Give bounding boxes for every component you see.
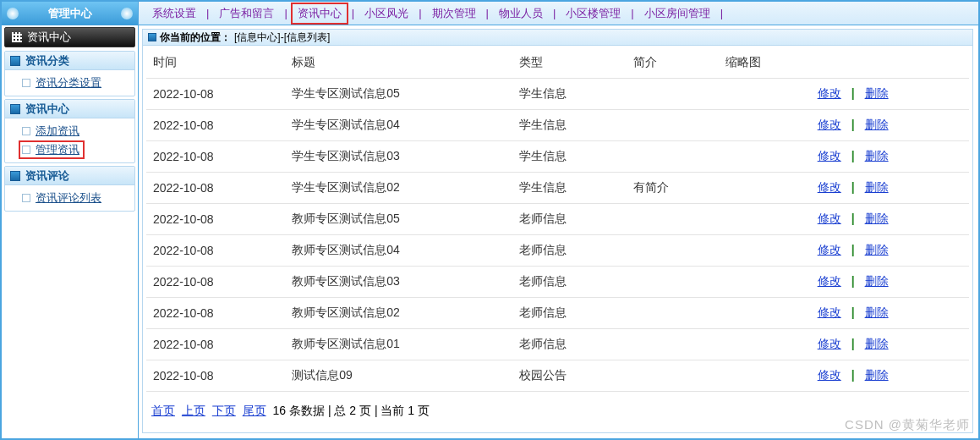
delete-link[interactable]: 删除 (865, 274, 889, 288)
action-separator: | (841, 337, 865, 350)
topnav-separator: | (415, 7, 424, 19)
square-icon (22, 127, 30, 135)
table-row: 2022-10-08学生专区测试信息04学生信息修改|删除 (146, 110, 969, 141)
sidebar-item[interactable]: 添加资讯 (22, 122, 134, 140)
delete-link[interactable]: 删除 (865, 337, 889, 350)
topnav-separator: | (550, 7, 559, 19)
topnav-item[interactable]: 小区风光 (358, 3, 415, 25)
action-separator: | (841, 118, 865, 131)
table-cell: 教师专区测试信息02 (285, 298, 512, 329)
table-cell (627, 141, 719, 173)
table-cell: 学生专区测试信息04 (285, 110, 512, 141)
table-cell: 学生专区测试信息05 (285, 79, 512, 110)
action-separator: | (841, 86, 865, 100)
sidebar-list: 资讯分类设置 (5, 70, 134, 96)
table-row: 2022-10-08教师专区测试信息02老师信息修改|删除 (146, 298, 969, 329)
topnav-separator: | (717, 7, 726, 19)
table-cell (627, 79, 719, 110)
grid-icon (12, 32, 22, 42)
sidebar-section: 资讯中心添加资讯管理资讯 (4, 99, 135, 163)
topnav-item[interactable]: 物业人员 (492, 3, 550, 25)
delete-link[interactable]: 删除 (865, 180, 889, 194)
table-cell: 2022-10-08 (146, 267, 285, 298)
pager-prev[interactable]: 上页 (182, 404, 205, 417)
edit-link[interactable]: 修改 (818, 337, 841, 350)
table-cell: 有简介 (627, 173, 719, 204)
sidebar-item-link[interactable]: 管理资讯 (36, 142, 79, 157)
delete-link[interactable]: 删除 (865, 212, 889, 225)
table-cell (627, 204, 719, 235)
sidebar-item-link[interactable]: 资讯评论列表 (36, 190, 101, 206)
sidebar-section-header: 资讯评论 (5, 167, 134, 185)
topnav-separator: | (203, 7, 212, 19)
sidebar-section-title: 资讯分类 (25, 53, 69, 69)
edit-link[interactable]: 修改 (818, 368, 841, 382)
table-cell: 2022-10-08 (146, 329, 285, 360)
square-icon (10, 104, 20, 114)
table-header-cell: 时间 (146, 47, 285, 79)
action-separator: | (841, 149, 865, 162)
pager-next[interactable]: 下页 (212, 404, 236, 417)
table-row: 2022-10-08学生专区测试信息02学生信息有简介修改|删除 (146, 173, 969, 204)
topnav-item[interactable]: 系统设置 (145, 3, 203, 25)
edit-link[interactable]: 修改 (818, 274, 841, 288)
table-row: 2022-10-08教师专区测试信息01老师信息修改|删除 (146, 329, 969, 360)
table-body: 2022-10-08学生专区测试信息05学生信息修改|删除2022-10-08学… (146, 79, 969, 392)
edit-link[interactable]: 修改 (818, 118, 841, 131)
table-cell: 2022-10-08 (146, 173, 285, 204)
sidebar-item[interactable]: 管理资讯 (19, 140, 85, 159)
edit-link[interactable]: 修改 (818, 212, 841, 225)
table-actions-cell: 修改|删除 (811, 329, 969, 360)
sidebar-item[interactable]: 资讯评论列表 (22, 189, 134, 207)
table-cell (719, 110, 811, 141)
table-header-row: 时间标题类型简介缩略图 (146, 47, 969, 79)
edit-link[interactable]: 修改 (818, 180, 841, 194)
topnav-item[interactable]: 广告和留言 (212, 3, 281, 25)
table-header-cell (811, 47, 969, 79)
topnav-item[interactable]: 期次管理 (425, 3, 483, 25)
delete-link[interactable]: 删除 (865, 305, 889, 319)
breadcrumb: 你当前的位置： [信息中心]-[信息列表] (143, 30, 972, 46)
pager-first[interactable]: 首页 (151, 404, 175, 417)
table-actions-cell: 修改|删除 (811, 298, 969, 329)
delete-link[interactable]: 删除 (865, 243, 889, 256)
action-separator: | (841, 243, 865, 256)
table-cell (719, 141, 811, 173)
action-separator: | (841, 368, 865, 382)
delete-link[interactable]: 删除 (865, 118, 889, 131)
delete-link[interactable]: 删除 (865, 149, 889, 162)
table-actions-cell: 修改|删除 (811, 79, 969, 110)
table-cell: 2022-10-08 (146, 235, 285, 267)
sidebar-section-header: 资讯中心 (5, 100, 134, 118)
table-cell: 老师信息 (512, 329, 627, 360)
table-cell: 教师专区测试信息03 (285, 267, 512, 298)
edit-link[interactable]: 修改 (818, 305, 841, 319)
topnav-item[interactable]: 小区楼管理 (559, 3, 627, 25)
table-cell: 学生信息 (512, 173, 627, 204)
table-row: 2022-10-08学生专区测试信息03学生信息修改|删除 (146, 141, 969, 173)
table-row: 2022-10-08教师专区测试信息05老师信息修改|删除 (146, 204, 969, 235)
delete-link[interactable]: 删除 (865, 86, 889, 100)
sidebar-section-header: 资讯分类 (5, 52, 134, 70)
table-row: 2022-10-08教师专区测试信息04老师信息修改|删除 (146, 235, 969, 267)
table-actions-cell: 修改|删除 (811, 173, 969, 204)
sidebar-item[interactable]: 资讯分类设置 (22, 74, 134, 92)
table-cell: 2022-10-08 (146, 79, 285, 110)
sidebar-item-link[interactable]: 添加资讯 (36, 124, 79, 139)
edit-link[interactable]: 修改 (818, 86, 841, 100)
topnav-item[interactable]: 小区房间管理 (638, 3, 717, 25)
edit-link[interactable]: 修改 (818, 149, 841, 162)
table-actions-cell: 修改|删除 (811, 110, 969, 141)
action-separator: | (841, 305, 865, 319)
pager-last[interactable]: 尾页 (243, 404, 266, 417)
top-nav-brand[interactable]: 管理中心 (2, 2, 139, 25)
edit-link[interactable]: 修改 (818, 243, 841, 256)
table-cell: 学生专区测试信息02 (285, 173, 512, 204)
sidebar-list: 添加资讯管理资讯 (5, 118, 134, 162)
topnav-separator: | (483, 7, 492, 19)
topnav-item[interactable]: 资讯中心 (291, 3, 348, 25)
table-cell (627, 235, 719, 267)
sidebar-item-link[interactable]: 资讯分类设置 (36, 75, 101, 91)
delete-link[interactable]: 删除 (865, 368, 889, 382)
breadcrumb-prefix: 你当前的位置： (160, 30, 231, 45)
